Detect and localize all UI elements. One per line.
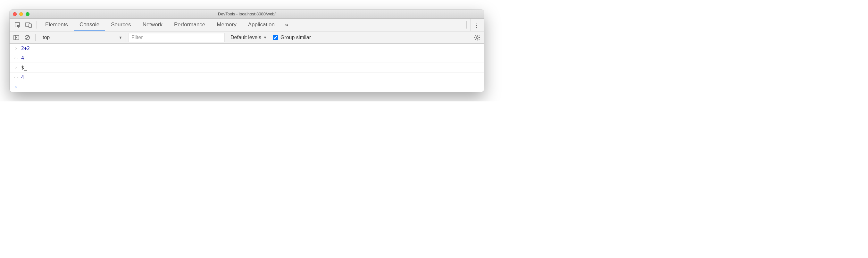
filter-input[interactable] <box>128 33 225 42</box>
tab-memory[interactable]: Memory <box>211 19 242 31</box>
execution-context-label: top <box>43 35 50 40</box>
group-similar-toggle[interactable]: Group similar <box>273 35 311 40</box>
svg-line-6 <box>26 36 29 39</box>
more-tabs-button[interactable]: » <box>280 19 292 31</box>
svg-line-12 <box>475 35 476 36</box>
console-output-row: ‹·4 <box>10 73 484 82</box>
console-input-row: ›$_ <box>10 63 484 73</box>
toolbar-separator <box>36 21 37 29</box>
main-toolbar: ElementsConsoleSourcesNetworkPerformance… <box>10 19 484 31</box>
chevron-down-icon: ▼ <box>263 35 267 40</box>
output-marker-icon: ‹· <box>13 75 19 80</box>
chevron-down-icon: ▼ <box>119 35 122 40</box>
devtools-menu-icon[interactable]: ⋮ <box>470 19 482 31</box>
input-marker-icon: › <box>13 46 19 51</box>
svg-point-7 <box>476 36 478 38</box>
console-input-row: ›2+2 <box>10 44 484 53</box>
toolbar-separator <box>466 21 467 29</box>
console-messages[interactable]: ›2+2‹·4›$_‹·4 › <box>10 44 484 92</box>
devtools-window: DevTools - localhost:8080/web/ ElementsC… <box>10 10 484 92</box>
tab-console[interactable]: Console <box>74 19 105 31</box>
tab-performance[interactable]: Performance <box>168 19 211 31</box>
console-prompt-input[interactable] <box>19 84 22 90</box>
code-content: $_ <box>19 65 27 70</box>
window-titlebar: DevTools - localhost:8080/web/ <box>10 10 484 19</box>
panel-tabs: ElementsConsoleSourcesNetworkPerformance… <box>39 19 280 31</box>
log-levels-select[interactable]: Default levels ▼ <box>227 35 270 40</box>
svg-line-14 <box>475 39 476 39</box>
inspect-element-icon[interactable] <box>12 19 23 31</box>
tab-network[interactable]: Network <box>137 19 168 31</box>
svg-line-15 <box>478 35 479 36</box>
clear-console-icon[interactable] <box>23 33 31 42</box>
output-marker-icon: ‹· <box>13 56 19 60</box>
input-marker-icon: › <box>13 65 19 70</box>
group-similar-label: Group similar <box>280 35 311 40</box>
device-toolbar-icon[interactable] <box>23 19 34 31</box>
console-toolbar: top ▼ Default levels ▼ Group similar <box>10 31 484 44</box>
code-content: 2+2 <box>19 46 30 51</box>
window-title: DevTools - localhost:8080/web/ <box>10 11 484 17</box>
code-content: 4 <box>19 75 24 80</box>
console-prompt-row[interactable]: › <box>10 82 484 92</box>
tab-sources[interactable]: Sources <box>105 19 136 31</box>
console-output-row: ‹·4 <box>10 53 484 63</box>
group-similar-checkbox[interactable] <box>273 35 278 40</box>
execution-context-select[interactable]: top ▼ <box>39 33 126 42</box>
svg-rect-2 <box>29 24 31 28</box>
toolbar-separator <box>35 34 36 41</box>
show-console-sidebar-icon[interactable] <box>12 33 21 42</box>
prompt-icon: › <box>13 84 19 90</box>
console-settings-icon[interactable] <box>473 33 482 42</box>
tab-elements[interactable]: Elements <box>39 19 74 31</box>
code-content: 4 <box>19 55 24 61</box>
tab-application[interactable]: Application <box>242 19 280 31</box>
log-levels-label: Default levels <box>230 35 261 40</box>
svg-line-13 <box>478 39 479 39</box>
